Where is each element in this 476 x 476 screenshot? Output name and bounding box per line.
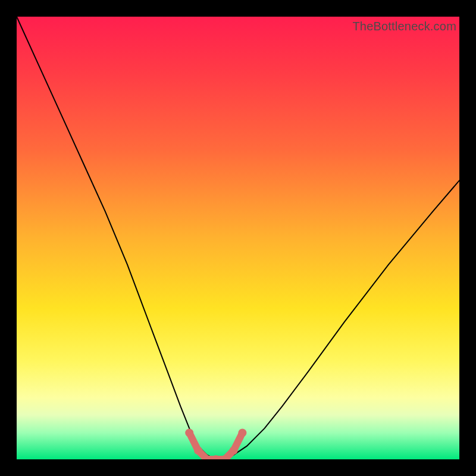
watermark-label: TheBottleneck.com (352, 20, 456, 33)
chart-plot-area (17, 17, 459, 459)
valley-marker-dot (238, 428, 246, 437)
chart-svg (17, 17, 459, 459)
valley-marker-dot (194, 446, 202, 455)
valley-marker-dot (230, 446, 238, 455)
bottleneck-curve (17, 17, 459, 459)
chart-frame: TheBottleneck.com (0, 0, 476, 476)
valley-marker-dot (185, 428, 193, 437)
